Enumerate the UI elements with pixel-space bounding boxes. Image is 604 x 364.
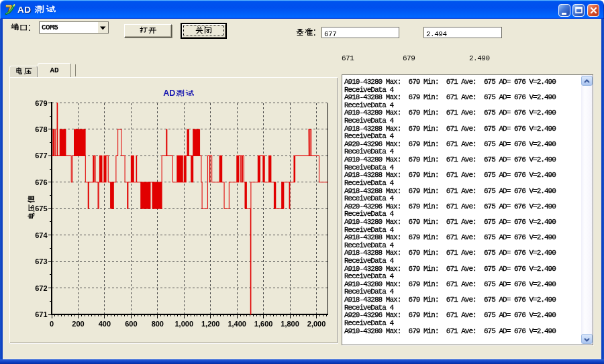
chart-panel: 6716726736746756766776786790200400600800…	[9, 77, 338, 343]
log-line[interactable]: A910-43280 Max: 679 Min: 671 Ave: 675 AD…	[344, 219, 556, 227]
window-title: AD	[17, 4, 56, 15]
log-line[interactable]: A910-43280 Max: 679 Min: 671 Ave: 675 AD…	[344, 78, 556, 86]
cjk-glyph	[46, 5, 56, 15]
scroll-down-button[interactable]	[581, 334, 593, 344]
chevron-down-icon	[100, 26, 106, 30]
close-serial-button[interactable]	[181, 23, 227, 39]
svg-text:1,000: 1,000	[175, 320, 194, 328]
svg-text:671: 671	[35, 310, 47, 318]
window-border-right	[601, 19, 604, 364]
log-lines: A910-43280 Max: 679 Min: 671 Ave: 675 AD…	[344, 78, 556, 335]
cjk-glyph	[148, 26, 156, 34]
svg-text:1,200: 1,200	[201, 320, 220, 328]
svg-text:674: 674	[35, 231, 48, 239]
svg-text:675: 675	[35, 204, 47, 213]
maximize-button[interactable]	[572, 4, 585, 17]
minimize-button[interactable]	[558, 4, 570, 17]
svg-text:673: 673	[35, 257, 47, 265]
svg-text:1,800: 1,800	[281, 320, 299, 328]
readout-min: 671	[342, 54, 354, 62]
log-line[interactable]: ReceiveData 4	[344, 320, 556, 328]
cjk-glyph	[34, 5, 44, 15]
baseline-v-input[interactable]: 2.494	[423, 27, 502, 38]
cjk-glyph	[305, 28, 313, 36]
svg-text:800: 800	[152, 320, 164, 328]
scroll-up-button[interactable]	[581, 76, 593, 86]
client-area: : COM5 : 677 2.494 671 679 2.490 AD	[3, 19, 601, 359]
svg-text:400: 400	[99, 320, 111, 328]
cjk-glyph	[296, 28, 304, 36]
cjk-glyph	[28, 196, 36, 204]
close-icon	[588, 5, 599, 17]
svg-text:2,000: 2,000	[307, 320, 326, 328]
maximize-icon	[573, 5, 585, 17]
tab-ad[interactable]: AD	[38, 63, 71, 77]
svg-text:600: 600	[125, 320, 137, 328]
svg-text:676: 676	[35, 178, 47, 186]
cjk-glyph	[11, 23, 19, 32]
svg-text:672: 672	[35, 284, 47, 292]
cjk-glyph	[28, 204, 36, 212]
svg-text:1,600: 1,600	[254, 320, 273, 328]
tab-ad-label: AD	[50, 66, 58, 74]
log-line[interactable]: A910-43280 Max: 679 Min: 671 Ave: 675 AD…	[344, 156, 556, 164]
log-line[interactable]: A918-43288 Max: 679 Min: 671 Ave: 675 AD…	[344, 296, 556, 304]
port-combobox-value: COM5	[42, 23, 58, 32]
cjk-glyph	[185, 89, 194, 98]
title-bar[interactable]: AD	[0, 0, 604, 19]
readout-max: 679	[403, 54, 415, 62]
log-line[interactable]: ReceiveData 4	[344, 180, 556, 188]
port-label: :	[10, 23, 31, 32]
baseline-ad-input[interactable]: 677	[321, 27, 399, 38]
close-button[interactable]	[587, 4, 599, 17]
open-button[interactable]	[124, 24, 172, 38]
app-icon	[4, 3, 16, 15]
log-line[interactable]: ReceiveData 4	[344, 257, 556, 265]
log-line[interactable]: ReceiveData 4	[344, 195, 556, 203]
baseline-label: :	[295, 27, 316, 37]
chart-y-axis-title	[27, 195, 36, 221]
cjk-glyph	[176, 89, 185, 98]
log-listbox[interactable]: A910-43280 Max: 679 Min: 671 Ave: 675 AD…	[342, 74, 593, 345]
cjk-glyph	[19, 23, 28, 32]
svg-text:1,400: 1,400	[228, 320, 246, 328]
scrollbar[interactable]	[581, 75, 593, 345]
log-line[interactable]: A910-43280 Max: 679 Min: 671 Ave: 675 AD…	[344, 328, 556, 336]
focus-rect	[183, 25, 224, 36]
readout-voltage: 2.490	[469, 54, 490, 62]
port-combobox[interactable]: COM5	[39, 21, 109, 34]
chevron-down-icon	[582, 335, 592, 344]
tab-voltage-label	[15, 66, 32, 78]
window-border-bottom	[0, 359, 604, 364]
tab-strip-edge	[75, 64, 76, 76]
minimize-icon	[559, 5, 570, 17]
svg-text:678: 678	[35, 125, 47, 133]
cjk-glyph	[24, 67, 32, 75]
cjk-glyph	[28, 213, 36, 221]
svg-text:0: 0	[50, 320, 54, 328]
tab-voltage[interactable]	[9, 66, 38, 77]
svg-text:200: 200	[72, 320, 84, 328]
open-button-label	[139, 26, 156, 36]
chart: 6716726736746756766776786790200400600800…	[10, 78, 338, 344]
cjk-glyph	[15, 67, 23, 75]
chart-title: AD	[15, 88, 343, 98]
log-line[interactable]: ReceiveData 4	[344, 117, 556, 125]
chevron-up-icon	[582, 77, 592, 86]
combo-drop-button[interactable]	[98, 22, 108, 33]
svg-text:677: 677	[35, 151, 47, 160]
svg-text:679: 679	[35, 99, 47, 107]
cjk-glyph	[140, 26, 148, 34]
app-window: AD : COM5	[0, 0, 604, 364]
